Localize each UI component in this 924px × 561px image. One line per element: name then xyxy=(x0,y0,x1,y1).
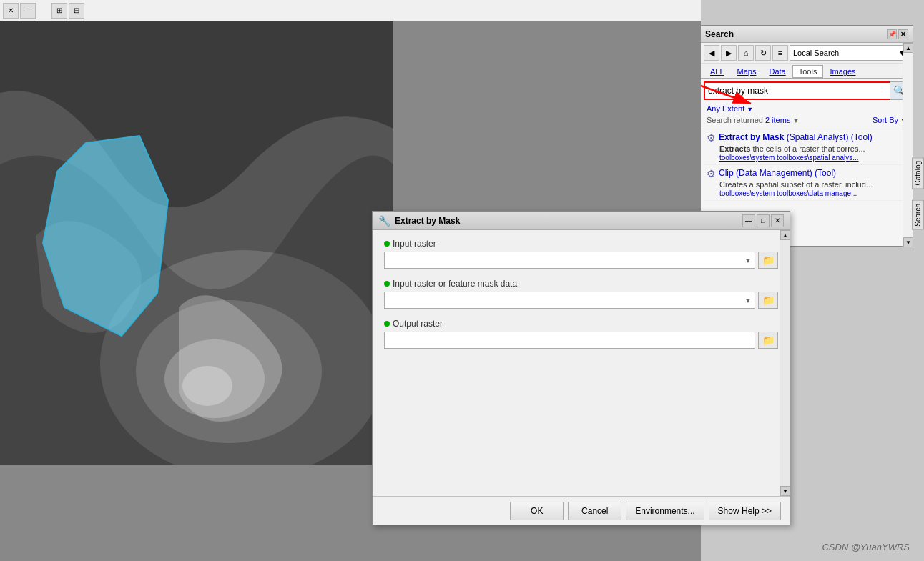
output-raster-browse-btn[interactable]: 📁 xyxy=(758,332,778,349)
show-help-button[interactable]: Show Help >> xyxy=(709,502,781,520)
result-1-link[interactable]: Extract by Mask (Spatial Analyst) (Tool) xyxy=(719,132,873,142)
output-raster-input[interactable] xyxy=(384,332,755,349)
dialog-scroll-down[interactable]: ▼ xyxy=(780,486,790,496)
dialog-scrollbar[interactable]: ▲ ▼ xyxy=(780,230,790,496)
cancel-button[interactable]: Cancel xyxy=(568,502,621,520)
dialog-footer: OK Cancel Environments... Show Help >> xyxy=(373,496,790,525)
result-2-link[interactable]: Clip (Data Management) (Tool) xyxy=(719,168,836,178)
tab-maps[interactable]: Maps xyxy=(731,65,763,78)
search-scrollbar[interactable]: ▲ ▼ xyxy=(903,43,913,247)
tab-data[interactable]: Data xyxy=(762,65,792,78)
required-dot-2 xyxy=(384,281,390,287)
toolbar-btn-3[interactable]: ⊞ xyxy=(51,3,67,19)
dialog-body: Input raster ▼ 📁 Input raster or feature… xyxy=(373,230,790,496)
result-1-path[interactable]: toolboxes\system toolboxes\spatial analy… xyxy=(719,154,907,162)
dialog-titlebar: 🔧 Extract by Mask — □ ✕ xyxy=(373,212,790,230)
dialog-scroll-up[interactable]: ▲ xyxy=(780,230,790,240)
catalog-tab[interactable]: Catalog xyxy=(912,157,924,189)
field-mask-data-label: Input raster or feature mask data xyxy=(384,279,778,289)
search-extent-label: Any Extent xyxy=(707,104,744,113)
required-dot-3 xyxy=(384,321,390,327)
toolbar-btn-2[interactable]: — xyxy=(20,3,36,19)
search-options-btn[interactable]: ≡ xyxy=(772,45,788,61)
required-dot-1 xyxy=(384,241,390,247)
tab-tools[interactable]: Tools xyxy=(792,65,824,78)
search-tabs: ALL Maps Data Tools Images xyxy=(701,64,913,79)
search-result-1[interactable]: ⚙ Extract by Mask (Spatial Analyst) (Too… xyxy=(704,129,910,165)
field-output-raster: Output raster 📁 xyxy=(384,319,778,349)
tab-all[interactable]: ALL xyxy=(704,65,731,78)
mask-data-dropdown[interactable]: ▼ xyxy=(384,292,755,309)
search-extent-arrow: ▼ xyxy=(747,106,753,113)
input-raster-browse-btn[interactable]: 📁 xyxy=(758,252,778,269)
tab-images[interactable]: Images xyxy=(823,65,862,78)
search-back-btn[interactable]: ◀ xyxy=(704,45,719,61)
result-2-description: Creates a spatial subset of a raster, in… xyxy=(719,180,907,189)
field-input-raster-row: ▼ 📁 xyxy=(384,252,778,269)
search-tab-edge[interactable]: Search xyxy=(912,200,924,230)
scroll-up-btn[interactable]: ▲ xyxy=(903,43,913,53)
result-2-title: ⚙ Clip (Data Management) (Tool) xyxy=(707,168,907,179)
dialog-title-text: Extract by Mask xyxy=(395,216,460,226)
dialog-content-area xyxy=(384,359,778,487)
dialog-title-icon: 🔧 xyxy=(378,215,390,227)
search-results-count-link[interactable]: 2 items xyxy=(765,116,790,124)
search-sort-label[interactable]: Sort By ▼ xyxy=(873,116,907,124)
search-home-btn[interactable]: ⌂ xyxy=(738,45,754,61)
mask-data-browse-btn[interactable]: 📁 xyxy=(758,292,778,309)
environments-button[interactable]: Environments... xyxy=(626,502,704,520)
search-extent-row[interactable]: Any Extent ▼ xyxy=(701,103,913,114)
search-forward-btn[interactable]: ▶ xyxy=(721,45,737,61)
search-input[interactable] xyxy=(705,83,895,99)
search-scope-label: Local Search xyxy=(793,49,839,57)
extract-dialog: 🔧 Extract by Mask — □ ✕ Input raster ▼ 📁 xyxy=(372,211,790,525)
dialog-close-btn[interactable]: ✕ xyxy=(771,214,784,227)
search-pin-btn[interactable]: 📌 xyxy=(887,29,897,39)
dialog-controls: — □ ✕ xyxy=(742,214,784,227)
search-toolbar: ◀ ▶ ⌂ ↻ ≡ Local Search ▼ xyxy=(701,43,913,64)
result-1-icon: ⚙ xyxy=(707,132,716,144)
search-titlebar-controls: 📌 ✕ xyxy=(887,29,908,39)
search-results-header: Search returned 2 items ▼ Sort By ▼ xyxy=(701,114,913,126)
field-mask-data-row: ▼ 📁 xyxy=(384,292,778,309)
mask-data-arrow: ▼ xyxy=(744,297,752,304)
toolbar-btn-1[interactable]: ✕ xyxy=(3,3,19,19)
search-refresh-btn[interactable]: ↻ xyxy=(755,45,771,61)
result-1-title: ⚙ Extract by Mask (Spatial Analyst) (Too… xyxy=(707,132,907,144)
input-raster-dropdown[interactable]: ▼ xyxy=(384,252,755,269)
field-input-raster-label: Input raster xyxy=(384,239,778,249)
toolbar-btn-4[interactable]: ⊟ xyxy=(69,3,84,19)
search-scope-dropdown[interactable]: Local Search ▼ xyxy=(790,45,910,61)
input-raster-arrow: ▼ xyxy=(744,257,752,264)
result-1-description: Extracts the cells of a raster that corr… xyxy=(719,144,907,153)
search-close-btn[interactable]: ✕ xyxy=(898,29,908,39)
search-panel-title: Search xyxy=(705,29,734,39)
result-2-icon: ⚙ xyxy=(707,168,716,179)
search-titlebar: Search 📌 ✕ xyxy=(701,26,913,43)
scroll-down-btn[interactable]: ▼ xyxy=(903,237,913,247)
field-input-raster: Input raster ▼ 📁 xyxy=(384,239,778,269)
terrain-map xyxy=(0,21,393,465)
search-input-wrapper: ✕ xyxy=(704,81,910,100)
csdn-watermark: CSDN @YuanYWRS xyxy=(822,542,910,552)
field-mask-data: Input raster or feature mask data ▼ 📁 xyxy=(384,279,778,309)
dialog-title-row: 🔧 Extract by Mask xyxy=(378,215,460,227)
search-results-count: Search returned 2 items ▼ xyxy=(707,116,799,124)
field-output-raster-row: 📁 xyxy=(384,332,778,349)
result-2-path[interactable]: toolboxes\system toolboxes\data manage..… xyxy=(719,189,907,197)
field-output-raster-label: Output raster xyxy=(384,319,778,329)
search-result-2[interactable]: ⚙ Clip (Data Management) (Tool) Creates … xyxy=(704,165,910,201)
dialog-maximize-btn[interactable]: □ xyxy=(757,214,770,227)
ok-button[interactable]: OK xyxy=(510,502,564,520)
dialog-minimize-btn[interactable]: — xyxy=(742,214,755,227)
map-toolbar: ✕ — ⊞ ⊟ xyxy=(0,0,701,21)
